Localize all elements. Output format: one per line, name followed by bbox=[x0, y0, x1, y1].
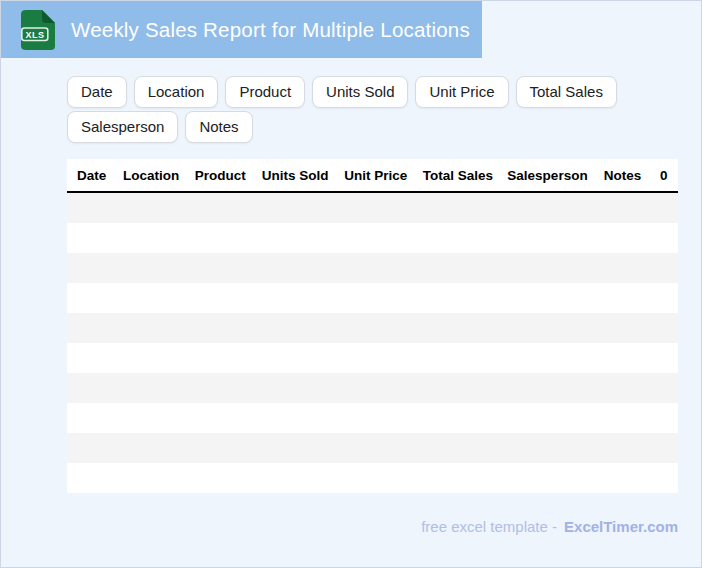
column-chip-list: DateLocationProductUnits SoldUnit PriceT… bbox=[67, 76, 683, 143]
column-chip-salesperson[interactable]: Salesperson bbox=[67, 111, 178, 143]
column-chip-notes[interactable]: Notes bbox=[185, 111, 252, 143]
table-row bbox=[67, 193, 678, 223]
table-row bbox=[67, 433, 678, 463]
xls-file-icon: XLS bbox=[21, 10, 55, 50]
column-header-units-sold: Units Sold bbox=[255, 168, 336, 183]
table-row bbox=[67, 283, 678, 313]
column-header-product: Product bbox=[186, 168, 255, 183]
column-chip-total-sales[interactable]: Total Sales bbox=[516, 76, 617, 108]
column-chip-date[interactable]: Date bbox=[67, 76, 127, 108]
sales-report-table: DateLocationProductUnits SoldUnit PriceT… bbox=[67, 159, 678, 493]
table-row bbox=[67, 463, 678, 493]
xls-icon-label: XLS bbox=[25, 29, 44, 39]
table-row bbox=[67, 253, 678, 283]
table-header-row: DateLocationProductUnits SoldUnit PriceT… bbox=[67, 159, 678, 193]
table-row bbox=[67, 223, 678, 253]
table-row bbox=[67, 343, 678, 373]
footer: free excel template -ExcelTimer.com bbox=[67, 518, 678, 535]
file-fold bbox=[42, 10, 55, 23]
column-header-salesperson: Salesperson bbox=[500, 168, 596, 183]
page-title: Weekly Sales Report for Multiple Locatio… bbox=[71, 18, 470, 42]
column-header-0: 0 bbox=[650, 168, 678, 183]
column-header-location: Location bbox=[116, 168, 185, 183]
column-header-notes: Notes bbox=[595, 168, 649, 183]
table-row bbox=[67, 403, 678, 433]
column-header-unit-price: Unit Price bbox=[336, 168, 417, 183]
column-chip-location[interactable]: Location bbox=[134, 76, 219, 108]
table-row bbox=[67, 313, 678, 343]
footer-text: free excel template - bbox=[421, 518, 557, 535]
table-row bbox=[67, 373, 678, 403]
template-preview-page: XLS Weekly Sales Report for Multiple Loc… bbox=[0, 0, 702, 568]
column-chip-unit-price[interactable]: Unit Price bbox=[415, 76, 508, 108]
footer-brand-link[interactable]: ExcelTimer.com bbox=[564, 518, 678, 535]
header-band: XLS Weekly Sales Report for Multiple Loc… bbox=[1, 1, 482, 58]
table-body bbox=[67, 193, 678, 493]
column-chip-product[interactable]: Product bbox=[225, 76, 305, 108]
column-chip-units-sold[interactable]: Units Sold bbox=[312, 76, 408, 108]
column-header-total-sales: Total Sales bbox=[416, 168, 499, 183]
column-header-date: Date bbox=[67, 168, 116, 183]
